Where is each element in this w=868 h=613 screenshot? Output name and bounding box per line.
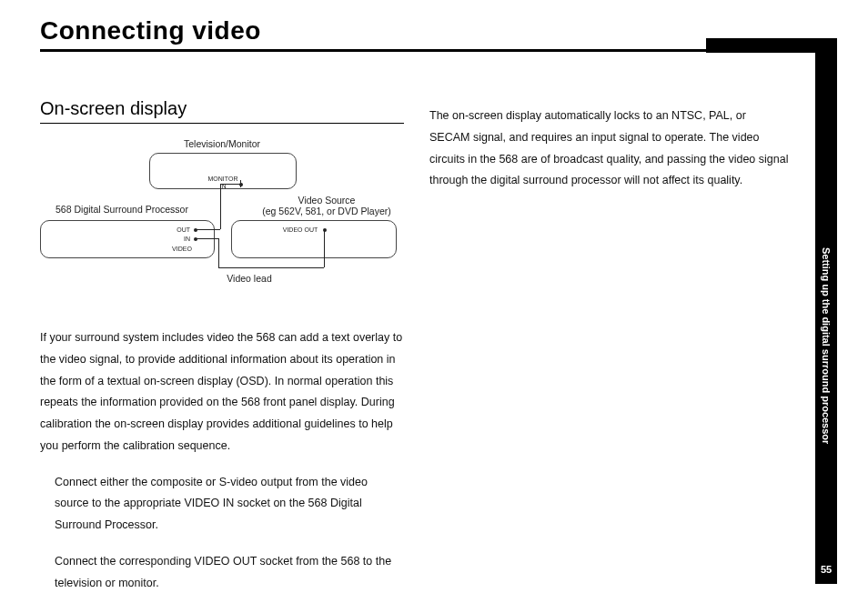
paragraph-2: Connect either the composite or S-video … bbox=[55, 472, 404, 537]
diagram-source-label: Video Source (eg 562V, 581, or DVD Playe… bbox=[249, 195, 404, 216]
diagram-source-box: VIDEO OUT bbox=[231, 220, 397, 258]
page-title: Connecting video bbox=[40, 16, 815, 45]
diagram-out-label: OUT bbox=[172, 226, 190, 234]
wire bbox=[324, 229, 325, 267]
paragraph-3: Connect the corresponding VIDEO OUT sock… bbox=[55, 551, 404, 595]
wire bbox=[218, 267, 324, 268]
wire bbox=[240, 184, 241, 187]
subhead-rule bbox=[40, 123, 404, 124]
side-tab-page-number: 55 bbox=[815, 564, 837, 575]
wire bbox=[220, 184, 240, 185]
diagram-video-lead-label: Video lead bbox=[204, 273, 295, 284]
diagram-in-label: IN bbox=[172, 236, 190, 243]
diagram-video-out-label: VIDEO OUT bbox=[278, 226, 323, 234]
section-subhead: On-screen display bbox=[40, 98, 404, 119]
wire bbox=[218, 238, 219, 267]
connection-diagram: Television/Monitor MONITOR IN 568 Digita… bbox=[40, 138, 404, 311]
wire bbox=[220, 184, 221, 229]
paragraph-1: If your surround system includes video t… bbox=[40, 327, 404, 457]
diagram-processor-label: 568 Digital Surround Processor bbox=[40, 204, 204, 215]
paragraph-right: The on-screen display automatically lock… bbox=[429, 106, 789, 192]
wire bbox=[240, 180, 241, 184]
title-rule bbox=[40, 49, 813, 52]
diagram-tv-label: Television/Monitor bbox=[149, 138, 295, 149]
side-tab-section: Setting up the digital surround processo… bbox=[821, 247, 832, 444]
wire bbox=[197, 238, 218, 239]
wire bbox=[197, 229, 220, 230]
diagram-video-label: VIDEO bbox=[168, 246, 196, 253]
side-tab: Setting up the digital surround processo… bbox=[815, 38, 837, 584]
diagram-monitor-in-label: MONITOR IN bbox=[207, 176, 239, 189]
diagram-processor-box: OUT IN VIDEO bbox=[40, 220, 215, 258]
